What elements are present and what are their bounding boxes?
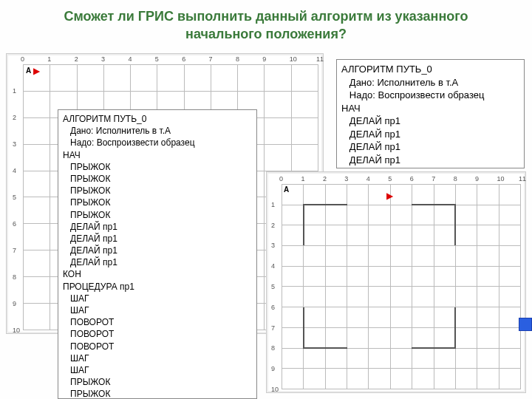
algo-line: АЛГОРИТМ ПУТЬ_0 [341, 63, 519, 76]
axis-number: 10 [497, 175, 505, 183]
algo-line: ПРЫЖОК [63, 161, 252, 173]
axis-number: 7 [209, 55, 213, 63]
axis-number: 3 [13, 140, 16, 148]
side-tab[interactable] [519, 318, 532, 331]
axis-number: 1 [271, 201, 275, 208]
algo-line: ПРЫЖОК [63, 388, 252, 399]
algo-line: КОН [341, 166, 519, 168]
algo-line: ДЕЛАЙ пр1 [63, 245, 252, 256]
axis-number: 5 [271, 283, 275, 290]
algo-line: ШАГ [63, 352, 252, 364]
axis-number: 3 [344, 175, 348, 183]
path-segment [303, 204, 347, 205]
axis-number: 11 [316, 55, 324, 63]
title-line2: начального положения? [185, 27, 347, 41]
algo-line: ДЕЛАЙ пр1 [63, 233, 252, 245]
algo-line: ПРЫЖОК [63, 376, 252, 388]
axis-number: 5 [13, 194, 16, 201]
path-segment [412, 204, 456, 205]
axis-number: 7 [13, 247, 16, 254]
axis-number: 6 [271, 304, 275, 311]
algo-line: ДЕЛАЙ пр1 [341, 128, 519, 141]
axis-number: 0 [21, 55, 24, 63]
path-segment [303, 307, 304, 349]
axis-number: 7 [432, 175, 435, 183]
axis-number: 4 [366, 175, 370, 183]
axis-number: 3 [101, 55, 105, 63]
axis-number: 0 [279, 175, 283, 183]
axis-number: 10 [13, 327, 20, 334]
axis-number: 8 [13, 273, 16, 281]
algo-line: АЛГОРИТМ ПУТЬ_0 [63, 113, 252, 125]
path-segment [454, 307, 456, 349]
algo-line: ПОВОРОТ [63, 341, 252, 352]
algo-line: Надо: Воспроизвести образец [341, 89, 519, 102]
axis-number: 7 [271, 324, 275, 332]
axis-number: 9 [13, 300, 16, 307]
axis-number: 6 [182, 55, 185, 63]
path-segment [303, 347, 347, 349]
axis-number: 8 [454, 175, 457, 183]
algo-line: ПРЫЖОК [63, 197, 252, 208]
algo-line: ПОВОРОТ [63, 316, 252, 328]
start-marker-a-left: А [26, 66, 31, 75]
algo-line: ДЕЛАЙ пр1 [63, 256, 252, 268]
algo-line: НАЧ [341, 102, 519, 115]
axis-number: 1 [301, 175, 304, 183]
axis-number: 5 [388, 175, 392, 183]
axis-number: 1 [47, 55, 51, 63]
page-title: Сможет ли ГРИС выполнить данный алгоритм… [0, 0, 532, 48]
axis-number: 2 [13, 114, 16, 121]
axis-number: 8 [236, 55, 239, 63]
algo-line: ДЕЛАЙ пр1 [63, 221, 252, 233]
algo-line: ДЕЛАЙ пр1 [341, 154, 519, 167]
algo-line: ШАГ [63, 293, 252, 304]
axis-number: 2 [75, 55, 78, 63]
axis-number: 10 [271, 386, 279, 393]
algo-line: КОН [63, 268, 252, 280]
axis-number: 1 [13, 87, 16, 95]
algo-line: ШАГ [63, 364, 252, 376]
path-segment [412, 347, 456, 349]
right-grid-table [282, 184, 521, 389]
start-marker-a-right: А [284, 185, 289, 194]
algo-line: Дано: Исполнитель в т.А [341, 76, 519, 89]
algo-line: ПРЫЖОК [63, 173, 252, 185]
algorithm-right-panel: АЛГОРИТМ ПУТЬ_0 Дано: Исполнитель в т.А … [336, 59, 525, 168]
axis-number: 6 [410, 175, 414, 183]
algo-line: ПРЫЖОК [63, 185, 252, 197]
axis-number: 9 [475, 175, 479, 183]
axis-number: 9 [271, 365, 275, 372]
path-segment [303, 204, 304, 245]
axis-number: 3 [271, 242, 275, 249]
algo-line: ШАГ [63, 304, 252, 316]
right-grid: 0123456789101112345678910 А ▶ [282, 184, 521, 389]
axis-number: 11 [519, 175, 526, 183]
axis-number: 6 [13, 220, 16, 228]
axis-number: 4 [13, 167, 16, 174]
axis-number: 2 [271, 222, 275, 229]
algo-line: НАЧ [63, 149, 252, 161]
axis-number: 4 [271, 262, 275, 270]
algo-line: ДЕЛАЙ пр1 [341, 115, 519, 128]
title-line1: Сможет ли ГРИС выполнить данный алгоритм… [64, 9, 468, 24]
axis-number: 5 [155, 55, 159, 63]
algo-line: ПРОЦЕДУРА пр1 [63, 281, 252, 293]
arrow-right-icon: ▶ [33, 66, 40, 75]
path-segment [454, 204, 456, 245]
algo-line: ПРЫЖОК [63, 209, 252, 221]
axis-number: 9 [262, 55, 266, 63]
algo-line: ДЕЛАЙ пр1 [341, 140, 519, 154]
axis-number: 4 [128, 55, 132, 63]
algo-line: Дано: Исполнитель в т.А [63, 125, 252, 137]
arrow-right-icon: ▶ [386, 191, 393, 200]
right-grid-panel: 0123456789101112345678910 А ▶ [266, 171, 526, 393]
axis-number: 8 [271, 344, 275, 352]
axis-number: 2 [323, 175, 327, 183]
algorithm-left-panel: АЛГОРИТМ ПУТЬ_0 Дано: Исполнитель в т.А … [58, 109, 257, 399]
algo-line: Надо: Воспроизвести образец [63, 137, 252, 149]
algo-line: ПОВОРОТ [63, 328, 252, 340]
axis-number: 10 [290, 55, 297, 63]
